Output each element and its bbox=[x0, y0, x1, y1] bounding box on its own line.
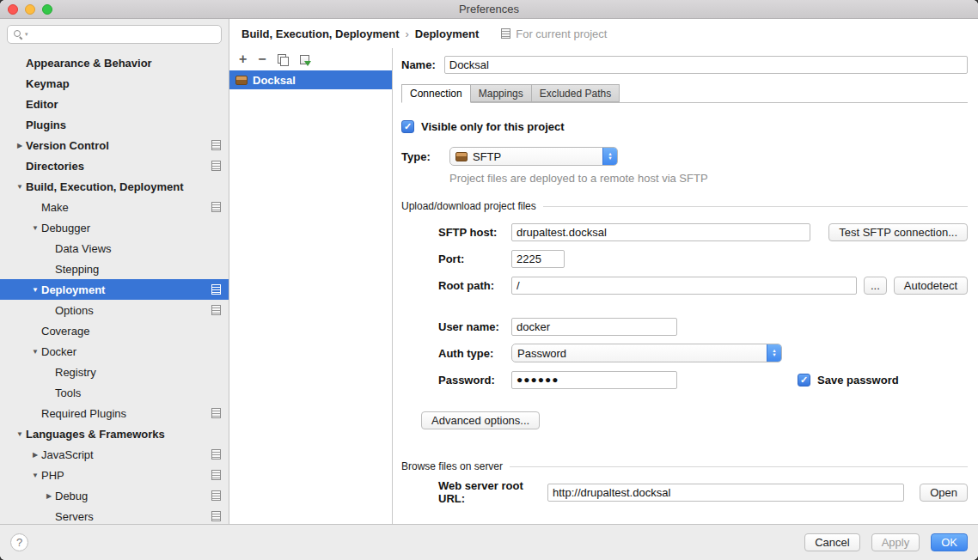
project-settings-icon bbox=[211, 408, 221, 418]
breadcrumb-segment-1[interactable]: Build, Execution, Deployment bbox=[241, 27, 399, 40]
sidebar-item-registry[interactable]: Registry bbox=[0, 362, 229, 382]
sidebar-item-javascript[interactable]: ▶JavaScript bbox=[0, 444, 229, 465]
settings-tabs: Connection Mappings Excluded Paths bbox=[401, 84, 968, 103]
copy-icon bbox=[278, 54, 289, 65]
sidebar-item-appearance-behavior[interactable]: Appearance & Behavior bbox=[0, 52, 229, 73]
search-icon bbox=[13, 29, 23, 40]
password-field[interactable] bbox=[511, 371, 677, 389]
advanced-options-row: Advanced options... bbox=[401, 411, 968, 429]
breadcrumb-segment-2[interactable]: Deployment bbox=[415, 27, 479, 40]
project-settings-icon bbox=[211, 511, 221, 521]
server-list-item[interactable]: Docksal bbox=[229, 70, 392, 89]
root-path-field[interactable] bbox=[511, 277, 857, 295]
test-sftp-connection-button[interactable]: Test SFTP connection... bbox=[828, 223, 968, 241]
ok-button[interactable]: OK bbox=[931, 533, 968, 551]
sidebar-item-languages-frameworks[interactable]: ▼Languages & Frameworks bbox=[0, 423, 229, 444]
name-field[interactable] bbox=[444, 56, 968, 74]
sidebar-item-editor[interactable]: Editor bbox=[0, 94, 229, 114]
sidebar-item-plugins[interactable]: Plugins bbox=[0, 114, 229, 135]
sidebar-item-docker[interactable]: ▼Docker bbox=[0, 341, 229, 362]
server-name: Docksal bbox=[253, 74, 296, 87]
copy-server-button[interactable] bbox=[278, 54, 289, 65]
apply-button[interactable]: Apply bbox=[871, 533, 920, 551]
sidebar-item-debugger[interactable]: ▼Debugger bbox=[0, 217, 229, 238]
user-name-field[interactable] bbox=[511, 318, 677, 336]
web-root-field[interactable] bbox=[547, 484, 904, 502]
sidebar-item-data-views[interactable]: Data Views bbox=[0, 238, 229, 259]
port-label: Port: bbox=[438, 253, 511, 265]
window-title: Preferences bbox=[459, 3, 519, 15]
traffic-lights bbox=[8, 4, 52, 15]
sftp-host-field[interactable] bbox=[511, 223, 810, 241]
user-name-row: User name: bbox=[438, 317, 968, 336]
type-select[interactable]: SFTP ▲▼ bbox=[449, 147, 618, 166]
autodetect-button[interactable]: Autodetect bbox=[894, 277, 968, 295]
scope-label: For current project bbox=[516, 27, 607, 40]
search-box[interactable]: ▾ bbox=[7, 25, 222, 44]
chevron-right-icon[interactable]: ▶ bbox=[14, 142, 26, 149]
save-password-checkbox[interactable]: ✓ bbox=[798, 374, 810, 387]
upload-section-label: Upload/download project files bbox=[401, 200, 536, 212]
sftp-host-row: SFTP host: Test SFTP connection... bbox=[438, 222, 968, 241]
visible-only-checkbox[interactable]: ✓ bbox=[401, 120, 414, 133]
zoom-button[interactable] bbox=[42, 4, 52, 15]
chevron-down-icon[interactable]: ▼ bbox=[29, 224, 41, 232]
tab-excluded-paths[interactable]: Excluded Paths bbox=[531, 84, 620, 102]
open-button[interactable]: Open bbox=[920, 484, 968, 502]
sidebar-item-coverage[interactable]: Coverage bbox=[0, 320, 229, 341]
password-label: Password: bbox=[438, 374, 511, 387]
remove-server-button[interactable]: − bbox=[258, 52, 266, 66]
close-button[interactable] bbox=[8, 4, 18, 15]
sidebar-item-version-control[interactable]: ▶Version Control bbox=[0, 135, 229, 155]
add-server-button[interactable]: + bbox=[239, 52, 247, 66]
search-input[interactable] bbox=[30, 28, 216, 40]
tab-mappings[interactable]: Mappings bbox=[470, 84, 532, 102]
chevron-down-icon[interactable]: ▼ bbox=[14, 430, 26, 438]
project-settings-icon bbox=[211, 490, 221, 501]
sidebar-item-deployment[interactable]: ▼Deployment bbox=[0, 279, 229, 300]
sidebar-item-build-execution-deployment[interactable]: ▼Build, Execution, Deployment bbox=[0, 176, 229, 197]
dropdown-stepper-icon: ▲▼ bbox=[602, 147, 617, 166]
search-filter-caret-icon[interactable]: ▾ bbox=[25, 31, 28, 38]
advanced-options-button[interactable]: Advanced options... bbox=[421, 411, 540, 429]
chevron-down-icon[interactable]: ▼ bbox=[29, 348, 41, 356]
chevron-down-icon[interactable]: ▼ bbox=[14, 183, 26, 191]
cancel-button[interactable]: Cancel bbox=[804, 533, 859, 551]
project-settings-icon bbox=[211, 140, 221, 150]
save-password-label: Save password bbox=[817, 374, 899, 387]
section-divider bbox=[543, 206, 968, 207]
type-value: SFTP bbox=[473, 150, 501, 163]
titlebar: Preferences bbox=[0, 0, 978, 19]
sidebar-item-options[interactable]: Options bbox=[0, 300, 229, 320]
minimize-button[interactable] bbox=[25, 4, 35, 15]
sidebar-item-make[interactable]: Make bbox=[0, 197, 229, 217]
scope-indicator: For current project bbox=[501, 27, 607, 40]
web-root-label: Web server root URL: bbox=[438, 479, 547, 505]
sidebar-item-servers[interactable]: Servers bbox=[0, 506, 229, 524]
sidebar-item-debug[interactable]: ▶Debug bbox=[0, 485, 229, 506]
chevron-down-icon[interactable]: ▼ bbox=[29, 286, 41, 294]
chevron-down-icon[interactable]: ▼ bbox=[29, 472, 41, 479]
port-row: Port: bbox=[438, 249, 968, 268]
sidebar-item-directories[interactable]: Directories bbox=[0, 155, 229, 176]
server-list-toolbar: + − bbox=[229, 48, 392, 70]
auth-type-row: Auth type: Password ▲▼ bbox=[438, 344, 968, 362]
tab-connection[interactable]: Connection bbox=[401, 84, 471, 103]
sidebar-item-tools[interactable]: Tools bbox=[0, 382, 229, 403]
auth-type-select[interactable]: Password ▲▼ bbox=[511, 344, 782, 362]
port-field[interactable] bbox=[511, 250, 565, 268]
help-button[interactable]: ? bbox=[10, 533, 28, 551]
sidebar-item-keymap[interactable]: Keymap bbox=[0, 73, 229, 94]
name-row: Name: bbox=[401, 55, 968, 74]
sidebar-item-required-plugins[interactable]: Required Plugins bbox=[0, 403, 229, 423]
auth-type-value: Password bbox=[517, 347, 566, 360]
root-path-label: Root path: bbox=[438, 279, 511, 292]
chevron-right-icon[interactable]: ▶ bbox=[43, 492, 55, 500]
project-settings-icon bbox=[211, 161, 221, 171]
sidebar-item-stepping[interactable]: Stepping bbox=[0, 259, 229, 279]
sidebar-item-php[interactable]: ▼PHP bbox=[0, 465, 229, 485]
import-server-button[interactable] bbox=[300, 55, 309, 64]
chevron-right-icon[interactable]: ▶ bbox=[29, 451, 41, 459]
breadcrumb-separator-icon: › bbox=[405, 27, 408, 40]
browse-root-path-button[interactable]: ... bbox=[864, 277, 887, 295]
